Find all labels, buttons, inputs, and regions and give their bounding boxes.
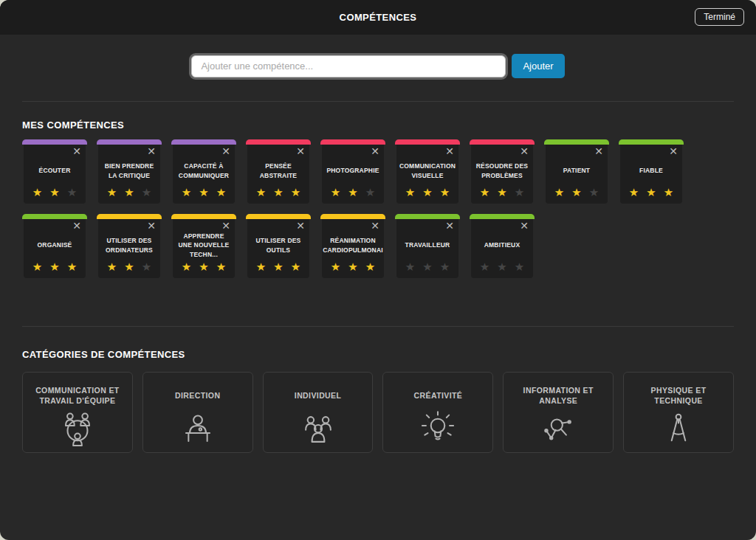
close-icon[interactable]: ✕ (147, 221, 156, 231)
star-filled-icon[interactable]: ★ (497, 187, 506, 198)
star-empty-icon[interactable]: ★ (422, 261, 432, 272)
close-icon[interactable]: ✕ (72, 146, 81, 156)
close-icon[interactable]: ✕ (296, 146, 305, 156)
star-filled-icon[interactable]: ★ (216, 261, 226, 272)
skill-category-color-bar (22, 214, 87, 219)
star-empty-icon[interactable]: ★ (405, 261, 415, 272)
close-icon[interactable]: ✕ (371, 221, 379, 231)
category-card[interactable]: PHYSIQUE ET TECHNIQUE (623, 372, 734, 453)
star-filled-icon[interactable]: ★ (480, 187, 489, 198)
close-icon[interactable]: ✕ (296, 221, 305, 231)
star-filled-icon[interactable]: ★ (273, 261, 283, 272)
skill-card[interactable]: ✕ ORGANISÉ ★★★ (22, 214, 87, 278)
star-empty-icon[interactable]: ★ (480, 261, 489, 272)
star-empty-icon[interactable]: ★ (440, 261, 450, 272)
skill-card[interactable]: ✕ ÉCOUTER ★★★ (22, 139, 87, 204)
star-filled-icon[interactable]: ★ (291, 261, 300, 272)
star-filled-icon[interactable]: ★ (331, 187, 340, 198)
star-filled-icon[interactable]: ★ (107, 261, 117, 272)
star-filled-icon[interactable]: ★ (182, 261, 191, 272)
skill-card[interactable]: ✕ RÉSOUDRE DES PROBLÈMES ★★★ (470, 139, 535, 204)
star-filled-icon[interactable]: ★ (182, 187, 191, 198)
done-button[interactable]: Terminé (695, 8, 744, 26)
skill-card[interactable]: ✕ COMMUNICATION VISUELLE ★★★ (395, 139, 460, 204)
skill-card[interactable]: ✕ CAPACITÉ À COMMUNIQUER ★★★ (171, 139, 236, 204)
star-filled-icon[interactable]: ★ (124, 187, 134, 198)
star-filled-icon[interactable]: ★ (256, 261, 266, 272)
close-icon[interactable]: ✕ (520, 221, 529, 231)
star-filled-icon[interactable]: ★ (199, 187, 208, 198)
star-filled-icon[interactable]: ★ (107, 187, 117, 198)
star-filled-icon[interactable]: ★ (49, 187, 59, 198)
close-icon[interactable]: ✕ (445, 221, 454, 231)
star-empty-icon[interactable]: ★ (142, 187, 151, 198)
skill-card[interactable]: ✕ PENSÉE ABSTRAITE ★★★ (246, 139, 311, 204)
close-icon[interactable]: ✕ (520, 146, 529, 156)
star-filled-icon[interactable]: ★ (32, 187, 42, 198)
star-empty-icon[interactable]: ★ (497, 261, 506, 272)
category-label: CRÉATIVITÉ (408, 385, 469, 406)
close-icon[interactable]: ✕ (445, 146, 454, 156)
skill-card[interactable]: ✕ BIEN PRENDRE LA CRITIQUE ★★★ (97, 139, 162, 204)
add-skill-button[interactable]: Ajouter (512, 54, 564, 78)
star-filled-icon[interactable]: ★ (67, 261, 77, 272)
header-bar: COMPÉTENCES Terminé (0, 0, 756, 35)
star-filled-icon[interactable]: ★ (405, 187, 415, 198)
star-filled-icon[interactable]: ★ (291, 187, 300, 198)
star-filled-icon[interactable]: ★ (554, 187, 564, 198)
star-empty-icon[interactable]: ★ (515, 261, 524, 272)
star-filled-icon[interactable]: ★ (664, 187, 673, 198)
skill-card[interactable]: ✕ UTILISER DES OUTILS ★★★ (246, 214, 311, 278)
category-card[interactable]: CRÉATIVITÉ (382, 372, 493, 453)
category-card[interactable]: COMMUNICATION ET TRAVAIL D'ÉQUIPE (22, 372, 133, 453)
star-filled-icon[interactable]: ★ (422, 187, 432, 198)
skill-category-color-bar (22, 139, 87, 145)
skill-card[interactable]: ✕ FIABLE ★★★ (619, 139, 684, 204)
close-icon[interactable]: ✕ (594, 146, 603, 156)
close-icon[interactable]: ✕ (221, 146, 230, 156)
close-icon[interactable]: ✕ (221, 221, 230, 231)
skill-card[interactable]: ✕ UTILISER DES ORDINATEURS ★★★ (97, 214, 162, 278)
close-icon[interactable]: ✕ (371, 146, 379, 156)
skill-stars: ★★★ (98, 187, 160, 204)
star-filled-icon[interactable]: ★ (365, 261, 375, 272)
skill-card[interactable]: ✕ RÉANIMATION CARDIOPULMONAI ★★★ (320, 214, 385, 278)
star-empty-icon[interactable]: ★ (67, 187, 77, 198)
podium-icon (178, 406, 218, 452)
star-filled-icon[interactable]: ★ (32, 261, 42, 272)
skill-card[interactable]: ✕ TRAVAILLEUR ★★★ (395, 214, 460, 278)
skill-card[interactable]: ✕ PATIENT ★★★ (544, 139, 609, 204)
skill-stars: ★★★ (471, 261, 533, 278)
star-filled-icon[interactable]: ★ (629, 187, 639, 198)
close-icon[interactable]: ✕ (147, 146, 156, 156)
star-filled-icon[interactable]: ★ (273, 187, 283, 198)
category-card[interactable]: INDIVIDUEL (263, 372, 374, 453)
star-filled-icon[interactable]: ★ (571, 187, 581, 198)
skills-screen: COMPÉTENCES Terminé Ajouter MES COMPÉTEN… (0, 0, 756, 540)
skill-card[interactable]: ✕ APPRENDRE UNE NOUVELLE TECHN... ★★★ (171, 214, 236, 278)
category-card[interactable]: DIRECTION (142, 372, 253, 453)
star-empty-icon[interactable]: ★ (515, 187, 524, 198)
star-empty-icon[interactable]: ★ (365, 187, 375, 198)
star-filled-icon[interactable]: ★ (348, 187, 357, 198)
star-empty-icon[interactable]: ★ (142, 261, 151, 272)
star-filled-icon[interactable]: ★ (331, 261, 340, 272)
skill-card[interactable]: ✕ AMBITIEUX ★★★ (470, 214, 535, 278)
close-icon[interactable]: ✕ (72, 221, 81, 231)
star-filled-icon[interactable]: ★ (440, 187, 450, 198)
star-filled-icon[interactable]: ★ (49, 261, 59, 272)
skill-category-color-bar (619, 139, 684, 145)
star-filled-icon[interactable]: ★ (256, 187, 266, 198)
star-filled-icon[interactable]: ★ (216, 187, 226, 198)
category-card[interactable]: INFORMATION ET ANALYSE (503, 372, 614, 453)
star-filled-icon[interactable]: ★ (124, 261, 134, 272)
star-filled-icon[interactable]: ★ (199, 261, 208, 272)
star-empty-icon[interactable]: ★ (589, 187, 599, 198)
skill-card[interactable]: ✕ PHOTOGRAPHIE ★★★ (320, 139, 385, 204)
skill-stars: ★★★ (173, 261, 235, 278)
star-filled-icon[interactable]: ★ (348, 261, 357, 272)
add-skill-input[interactable] (191, 55, 506, 77)
skill-stars: ★★★ (620, 187, 682, 204)
close-icon[interactable]: ✕ (669, 146, 678, 156)
star-filled-icon[interactable]: ★ (646, 187, 656, 198)
